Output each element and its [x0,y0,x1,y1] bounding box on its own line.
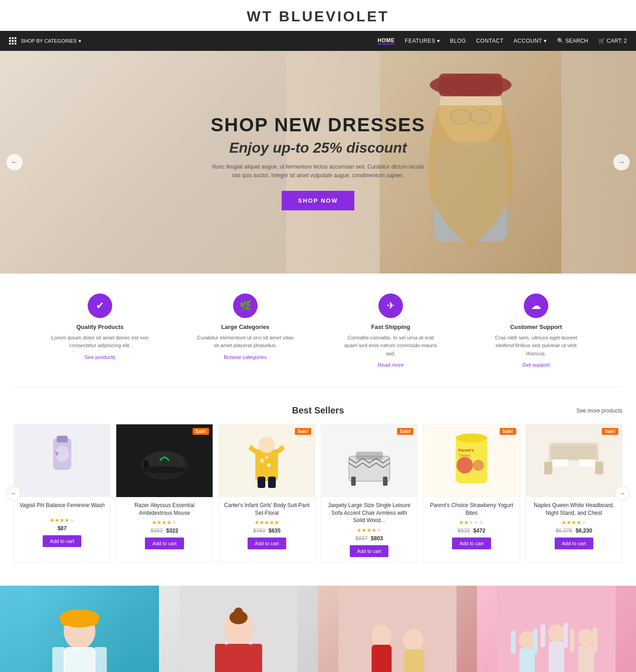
svg-rect-27 [383,477,388,486]
product-stars-5: ★★★★★ [423,519,519,526]
account-chevron: ▾ [544,38,547,44]
cat-banner-kids[interactable] [318,586,477,672]
product-image-2: Sale! [116,424,212,497]
hero-section: ← SHOP NEW DRESSES Enjoy up-to 25% disco… [0,51,636,274]
product-stars-2: ★★★★★ [116,519,212,526]
product-stars-6: ★★★★★ [526,519,622,526]
support-icon: ☁ [524,294,548,318]
bestsellers-title: Best Sellers [217,405,420,416]
categories-chevron: ▾ [79,38,81,44]
add-to-cart-5[interactable]: Add to cart [452,538,491,549]
nav-bar: SHOP BY CATEGORIES ▾ HOME FEATURES ▾ BLO… [0,31,636,51]
svg-rect-39 [544,462,552,474]
products-prev-button[interactable]: ← [6,486,21,501]
svg-point-58 [403,629,423,652]
hero-title: SHOP NEW DRESSES [209,114,427,136]
svg-point-70 [578,629,594,647]
svg-rect-45 [64,647,95,672]
product-price-4: $837 $803 [321,535,417,542]
add-to-cart-2[interactable]: Add to cart [145,538,184,549]
hero-subtitle: Enjoy up-to 25% discount [209,139,427,156]
svg-rect-72 [570,629,575,652]
svg-rect-71 [578,646,594,672]
quality-text: Lorem ipsum dolor sit amet donec est non… [50,334,150,350]
categories-label: SHOP BY CATEGORIES [21,38,77,44]
shop-now-button[interactable]: SHOP NOW [282,191,354,210]
product-price-2: $352 $322 [116,528,212,534]
add-to-cart-4[interactable]: Add to cart [350,545,388,557]
svg-rect-55 [338,586,457,672]
svg-text:Parent's: Parent's [458,448,474,453]
product-price-6: $6,378 $6,230 [526,528,622,534]
svg-point-29 [456,433,487,443]
support-link[interactable]: Get support [522,362,550,368]
categories-title: Large Categories [195,324,295,330]
svg-text:V: V [55,451,59,456]
sale-badge-5: Sale! [500,428,516,435]
svg-point-31 [473,460,484,471]
bestsellers-header: Best Sellers See more products [14,405,622,416]
nav-items: HOME FEATURES ▾ BLOG CONTACT ACCOUNT ▾ 🔍… [378,37,627,45]
add-to-cart-6[interactable]: Add to cart [555,538,593,549]
add-to-cart-3[interactable]: Add to cart [248,538,286,549]
shipping-link[interactable]: Read more [378,362,404,368]
product-price-3: $783 $635 [219,528,315,534]
products-next-button[interactable]: → [615,486,630,501]
products-row: ← V Vagisil PH Balance Feminine Wash ★★★… [14,424,622,563]
svg-rect-18 [268,477,276,488]
see-more-link[interactable]: See more products [576,408,622,414]
cart-icon: 🛒 [598,38,605,44]
nav-home[interactable]: HOME [378,37,395,45]
categories-link[interactable]: Browse categories [224,354,267,360]
product-name-6: Naples Queen White Headboard, Night Stan… [526,502,622,520]
svg-rect-16 [255,449,278,481]
svg-rect-37 [579,458,595,467]
quality-icon: ✔ [88,294,112,318]
svg-rect-44 [61,612,98,626]
svg-point-62 [519,631,535,649]
svg-rect-51 [215,644,226,672]
quality-link[interactable]: See products [84,354,115,360]
hero-prev-button[interactable]: ← [6,154,23,170]
svg-point-22 [265,456,268,459]
svg-rect-26 [351,477,356,486]
svg-point-66 [548,624,565,642]
grid-icon [9,37,16,45]
product-stars-4: ★★★★★ [321,527,417,533]
bestsellers-section: Best Sellers See more products ← V Vagis… [0,392,636,572]
svg-point-15 [143,466,186,473]
shipping-icon: ✈ [378,294,403,318]
shop-by-categories[interactable]: SHOP BY CATEGORIES ▾ [9,37,81,45]
section-divider [14,387,622,387]
svg-text:Choice: Choice [459,453,470,458]
search-button[interactable]: 🔍 SEARCH [557,38,588,44]
nav-contact[interactable]: CONTACT [476,38,504,44]
hero-next-button[interactable]: → [613,154,630,170]
cart-button[interactable]: 🛒 CART: 2 [598,38,627,44]
add-to-cart-1[interactable]: Add to cart [43,535,81,547]
support-text: Cras nibh sem, ultrices eget laoreet ele… [486,334,586,358]
svg-rect-69 [563,623,568,648]
sale-badge-2: Sale! [193,428,209,435]
features-section: ✔ Quality Products Lorem ipsum dolor sit… [0,274,636,382]
nav-account[interactable]: ACCOUNT ▾ [514,38,547,44]
nav-blog[interactable]: BLOG [450,38,466,44]
svg-point-21 [267,463,271,467]
nav-features[interactable]: FEATURES ▾ [405,38,440,44]
cat-banner-women[interactable] [0,586,159,672]
feature-shipping: ✈ Fast Shipping Convallis convallis. In … [341,294,441,368]
svg-point-30 [457,457,473,473]
svg-rect-25 [356,452,383,460]
svg-rect-47 [94,647,107,672]
hero-content: SHOP NEW DRESSES Enjoy up-to 25% discoun… [209,114,427,210]
svg-point-54 [234,607,243,617]
svg-rect-46 [52,647,65,672]
cat-banner-all[interactable] [477,586,636,672]
product-price-5: $523 $472 [423,528,519,534]
shipping-title: Fast Shipping [341,324,441,330]
product-card-2: Sale! Razer Abyssus Essential Ambidextro… [116,424,213,563]
cat-banner-men[interactable] [159,586,318,672]
search-icon: 🔍 [557,38,564,44]
support-title: Customer Support [486,324,586,330]
sale-badge-3: Sale! [295,428,311,435]
